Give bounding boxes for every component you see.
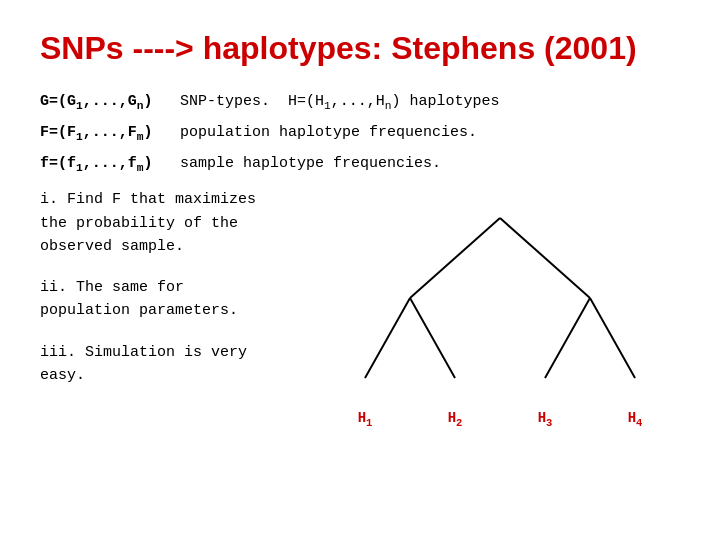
def-label-g: G=(G1,...,Gn) [40,89,180,116]
def-text-sample: sample haplotype frequencies. [180,151,441,177]
def-row-f: F=(F1,...,Fm) population haplotype frequ… [40,120,680,147]
def-text-snp: SNP-types. H=(H1,...,Hn) haplotypes [180,89,500,116]
point-iii-text: iii. Simulation is veryeasy. [40,344,247,384]
tree-svg [320,188,680,408]
slide: SNPs ----> haplotypes: Stephens (2001) G… [0,0,720,540]
label-h1: H1 [358,410,373,429]
def-label-bigf: F=(F1,...,Fm) [40,120,180,147]
page-title: SNPs ----> haplotypes: Stephens (2001) [40,30,680,67]
def-row-g-h: G=(G1,...,Gn) SNP-types. H=(H1,...,Hn) h… [40,89,680,116]
haplotype-labels-row: H1 H2 H3 H4 [320,410,680,429]
definitions-section: G=(G1,...,Gn) SNP-types. H=(H1,...,Hn) h… [40,89,680,178]
point-ii: ii. The same forpopulation parameters. [40,276,310,323]
label-h3: H3 [538,410,553,429]
svg-line-2 [365,298,410,378]
svg-line-4 [545,298,590,378]
def-text-pop: population haplotype frequencies. [180,120,477,146]
point-i: i. Find F that maximizesthe probability … [40,188,310,258]
svg-line-5 [590,298,635,378]
left-text-section: i. Find F that maximizesthe probability … [40,188,310,428]
svg-line-1 [500,218,590,298]
tree-diagram: H1 H2 H3 H4 [320,188,680,428]
def-row-smallf: f=(f1,...,fm) sample haplotype frequenci… [40,151,680,178]
svg-line-0 [410,218,500,298]
point-iii: iii. Simulation is veryeasy. [40,341,310,388]
content-area: i. Find F that maximizesthe probability … [40,188,680,428]
point-i-text: i. Find F that maximizesthe probability … [40,191,256,255]
svg-line-3 [410,298,455,378]
label-h4: H4 [628,410,643,429]
point-ii-text: ii. The same forpopulation parameters. [40,279,238,319]
def-label-smallf: f=(f1,...,fm) [40,151,180,178]
label-h2: H2 [448,410,463,429]
